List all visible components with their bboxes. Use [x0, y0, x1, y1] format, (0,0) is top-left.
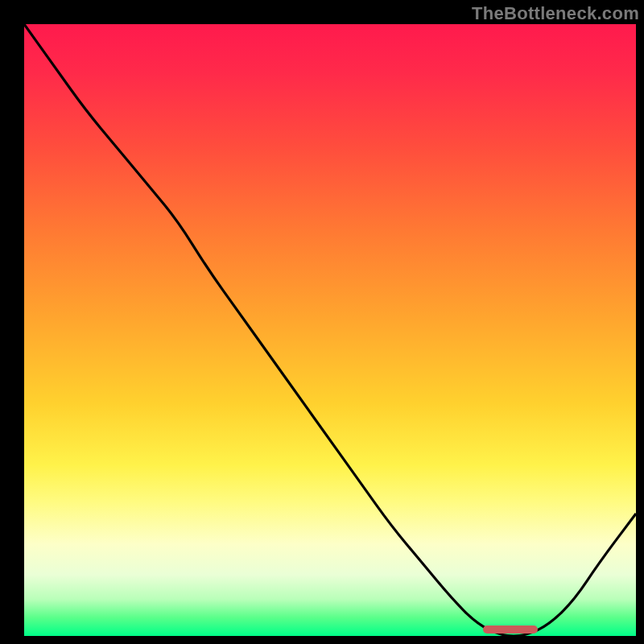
bottleneck-chart: TheBottleneck.com	[0, 0, 644, 644]
optimal-range-marker	[483, 625, 538, 634]
x-axis-frame	[0, 636, 644, 644]
curve-path	[24, 24, 636, 636]
bottleneck-curve	[24, 24, 636, 636]
y-axis-frame	[0, 0, 24, 644]
plot-area	[24, 24, 636, 636]
attribution-text: TheBottleneck.com	[472, 3, 639, 24]
